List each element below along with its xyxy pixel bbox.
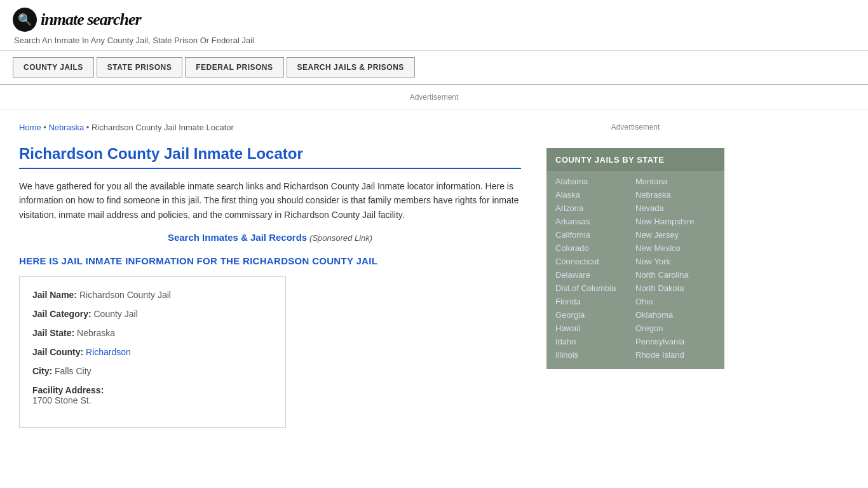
jail-name-field: Jail Name: Richardson County Jail (32, 290, 273, 300)
state-link-nebraska[interactable]: Nebraska (635, 188, 715, 201)
page-title: Richardson County Jail Inmate Locator (19, 145, 521, 169)
main-layout: Home • Nebraska • Richardson County Jail… (0, 110, 868, 440)
state-link-rhode-island[interactable]: Rhode Island (635, 348, 715, 362)
jail-city-val: Falls City (55, 366, 92, 376)
state-link-california[interactable]: California (555, 228, 635, 241)
state-link-pennsylvania[interactable]: Pennsylvania (635, 335, 715, 348)
jail-info-title: HERE IS JAIL INMATE INFORMATION FOR THE … (19, 255, 521, 266)
nav-federal-prisons[interactable]: FEDERAL PRISONS (185, 57, 283, 78)
state-link-idaho[interactable]: Idaho (555, 335, 635, 348)
state-link-dist.of-columbia[interactable]: Dist.of Columbia (555, 281, 635, 295)
county-jails-by-state-box: COUNTY JAILS BY STATE AlabamaAlaskaArizo… (546, 148, 724, 369)
logo-text: inmate searcher (41, 10, 141, 29)
jail-county-label: Jail County: (32, 347, 83, 357)
jail-name-label: Jail Name: (32, 290, 77, 300)
state-link-delaware[interactable]: Delaware (555, 268, 635, 281)
state-link-connecticut[interactable]: Connecticut (555, 255, 635, 268)
sidebar: Advertisement COUNTY JAILS BY STATE Alab… (540, 110, 731, 440)
states-col2: MontanaNebraskaNevadaNew HampshireNew Je… (635, 175, 715, 362)
state-link-florida[interactable]: Florida (555, 295, 635, 308)
header: 🔍 inmate searcher Search An Inmate In An… (0, 0, 868, 51)
state-link-montana[interactable]: Montana (635, 175, 715, 188)
logo-area: 🔍 inmate searcher (13, 8, 855, 32)
states-col1: AlabamaAlaskaArizonaArkansasCaliforniaCo… (555, 175, 635, 362)
nav-county-jails[interactable]: COUNTY JAILS (13, 57, 94, 78)
content-area: Home • Nebraska • Richardson County Jail… (0, 110, 540, 440)
county-jails-list: AlabamaAlaskaArizonaArkansasCaliforniaCo… (546, 171, 724, 369)
jail-state-val: Nebraska (77, 328, 115, 338)
jail-address-val: 1700 Stone St. (32, 395, 92, 405)
state-link-oregon[interactable]: Oregon (635, 322, 715, 335)
state-link-nevada[interactable]: Nevada (635, 201, 715, 215)
jail-city-field: City: Falls City (32, 366, 273, 376)
jail-info-card: Jail Name: Richardson County Jail Jail C… (19, 276, 286, 428)
county-jails-header-label: COUNTY JAILS BY STATE (555, 155, 664, 165)
state-link-georgia[interactable]: Georgia (555, 308, 635, 322)
breadcrumb-current: Richardson County Jail Inmate Locator (92, 123, 234, 132)
breadcrumb: Home • Nebraska • Richardson County Jail… (19, 123, 521, 132)
tagline: Search An Inmate In Any County Jail, Sta… (14, 36, 855, 45)
state-link-new-hampshire[interactable]: New Hampshire (635, 215, 715, 228)
jail-address-label: Facility Address: (32, 385, 104, 395)
search-link-area: Search Inmates & Jail Records (Sponsored… (19, 232, 521, 243)
state-link-arizona[interactable]: Arizona (555, 201, 635, 215)
state-link-ohio[interactable]: Ohio (635, 295, 715, 308)
jail-state-label: Jail State: (32, 328, 74, 338)
jail-county-field: Jail County: Richardson (32, 347, 273, 357)
ad-banner: Advertisement (0, 85, 868, 110)
logo-icon: 🔍 (13, 8, 37, 32)
state-link-new-mexico[interactable]: New Mexico (635, 241, 715, 255)
jail-category-val: County Jail (93, 309, 137, 319)
jail-category-label: Jail Category: (32, 309, 92, 319)
state-link-alabama[interactable]: Alabama (555, 175, 635, 188)
jail-category-field: Jail Category: County Jail (32, 309, 273, 319)
breadcrumb-home[interactable]: Home (19, 123, 41, 132)
logo-magnifier: 🔍 (18, 13, 32, 27)
state-link-arkansas[interactable]: Arkansas (555, 215, 635, 228)
sponsored-label: (Sponsored Link) (309, 233, 372, 243)
description: We have gathered for you all the availab… (19, 179, 521, 222)
state-link-north-carolina[interactable]: North Carolina (635, 268, 715, 281)
state-link-illinois[interactable]: Illinois (555, 348, 635, 362)
state-link-hawaii[interactable]: Hawaii (555, 322, 635, 335)
nav-search-jails[interactable]: SEARCH JAILS & PRISONS (287, 57, 415, 78)
breadcrumb-state[interactable]: Nebraska (48, 123, 84, 132)
state-link-colorado[interactable]: Colorado (555, 241, 635, 255)
county-jails-header: COUNTY JAILS BY STATE (546, 148, 724, 171)
jail-state-field: Jail State: Nebraska (32, 328, 273, 338)
state-link-alaska[interactable]: Alaska (555, 188, 635, 201)
jail-city-label: City: (32, 366, 52, 376)
nav-state-prisons[interactable]: STATE PRISONS (97, 57, 182, 78)
sidebar-ad: Advertisement (546, 116, 724, 138)
search-inmates-link[interactable]: Search Inmates & Jail Records (168, 232, 307, 243)
state-link-new-jersey[interactable]: New Jersey (635, 228, 715, 241)
state-link-oklahoma[interactable]: Oklahoma (635, 308, 715, 322)
jail-address-field: Facility Address: 1700 Stone St. (32, 385, 273, 405)
nav-bar: COUNTY JAILS STATE PRISONS FEDERAL PRISO… (0, 51, 868, 85)
state-link-north-dakota[interactable]: North Dakota (635, 281, 715, 295)
state-link-new-york[interactable]: New York (635, 255, 715, 268)
jail-county-val[interactable]: Richardson (86, 347, 131, 357)
jail-name-val: Richardson County Jail (79, 290, 171, 300)
